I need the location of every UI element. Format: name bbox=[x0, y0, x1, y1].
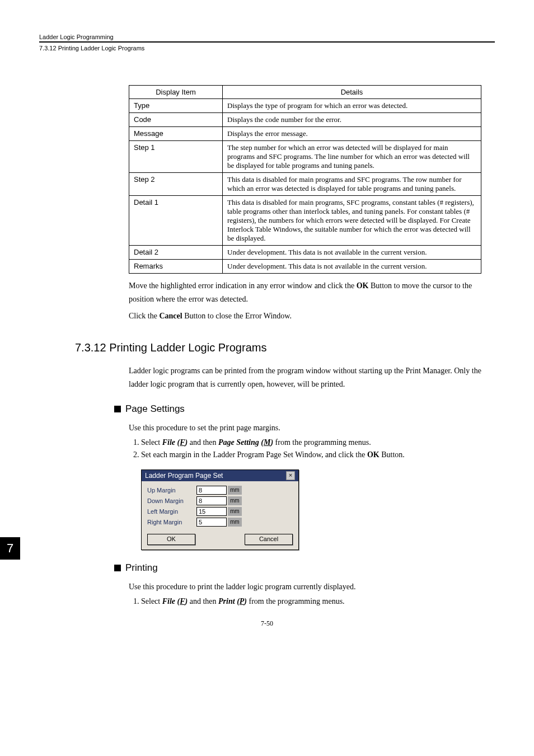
para-ok-b: OK bbox=[357, 281, 369, 290]
ps-step-1: Select File (F) and then Page Setting (M… bbox=[141, 438, 495, 447]
t: Page Setting (M) bbox=[218, 438, 273, 447]
t: M bbox=[264, 438, 270, 447]
square-bullet-icon bbox=[114, 406, 121, 412]
page-settings-steps: Select File (F) and then Page Setting (M… bbox=[129, 438, 495, 459]
ok-button[interactable]: OK bbox=[147, 534, 195, 545]
t: Print ( bbox=[218, 597, 240, 605]
para-cancel-b: Cancel bbox=[159, 312, 182, 320]
row-item: Step 2 bbox=[129, 173, 223, 196]
dialog-buttons: OK Cancel bbox=[142, 530, 298, 550]
page-settings-intro: Use this procedure to set the print page… bbox=[129, 421, 495, 435]
print-step-1: Select File (F) and then Print (P) from … bbox=[141, 597, 495, 606]
para-cancel-c: Button to close the Error Window. bbox=[182, 312, 292, 320]
margin-unit: mm bbox=[228, 507, 242, 516]
margin-label: Up Margin bbox=[147, 487, 196, 494]
row-detail: This data is disabled for main programs … bbox=[223, 173, 481, 196]
page-set-dialog: Ladder Program Page Set × Up Margin 8 mm… bbox=[141, 469, 299, 550]
t: File (F) bbox=[162, 597, 188, 605]
page-number: 7-50 bbox=[39, 619, 495, 628]
row-item: Detail 2 bbox=[129, 246, 223, 260]
margin-unit: mm bbox=[228, 518, 242, 527]
details-table: Display Item Details TypeDisplays the ty… bbox=[129, 85, 481, 274]
printing-intro: Use this procedure to print the ladder l… bbox=[129, 580, 495, 594]
margin-unit: mm bbox=[228, 496, 242, 505]
row-detail: Under development. This data is not avai… bbox=[223, 260, 481, 274]
row-detail: The step number for which an error was d… bbox=[223, 141, 481, 173]
row-detail: Displays the code number for the error. bbox=[223, 113, 481, 127]
margin-unit: mm bbox=[228, 486, 242, 495]
margin-label: Left Margin bbox=[147, 508, 196, 515]
para-cancel: Click the Cancel Button to close the Err… bbox=[129, 309, 495, 323]
square-bullet-icon bbox=[114, 565, 121, 571]
margin-row-down: Down Margin 8 mm bbox=[147, 496, 293, 505]
page-settings-heading-text: Page Settings bbox=[125, 403, 185, 414]
chapter-tab: 7 bbox=[0, 537, 20, 560]
t: Print (P) bbox=[218, 597, 247, 605]
printing-heading-text: Printing bbox=[125, 562, 158, 573]
dialog-body: Up Margin 8 mm Down Margin 8 mm Left Mar… bbox=[142, 481, 298, 530]
t: Select bbox=[141, 597, 162, 605]
t: Set each margin in the Ladder Program Pa… bbox=[141, 450, 367, 459]
margin-row-right: Right Margin 5 mm bbox=[147, 518, 293, 527]
para-ok-a: Move the highlighted error indication in… bbox=[129, 281, 357, 290]
row-item: Remarks bbox=[129, 260, 223, 274]
page-settings-heading: Page Settings bbox=[114, 403, 495, 415]
t: File ( bbox=[162, 438, 180, 447]
row-item: Code bbox=[129, 113, 223, 127]
row-item: Detail 1 bbox=[129, 196, 223, 246]
row-detail: This data is disabled for main programs,… bbox=[223, 196, 481, 246]
th-details: Details bbox=[223, 86, 481, 99]
row-item: Message bbox=[129, 127, 223, 141]
t: from the programming menus. bbox=[247, 597, 345, 605]
cancel-button[interactable]: Cancel bbox=[245, 534, 293, 545]
t: OK bbox=[367, 450, 380, 459]
dialog-title-text: Ladder Program Page Set bbox=[145, 472, 223, 480]
down-margin-input[interactable]: 8 bbox=[196, 496, 227, 505]
row-detail: Under development. This data is not avai… bbox=[223, 246, 481, 260]
ps-step-2: Set each margin in the Ladder Program Pa… bbox=[141, 450, 495, 459]
t: File (F) bbox=[162, 438, 188, 447]
th-item: Display Item bbox=[129, 86, 223, 99]
printing-heading: Printing bbox=[114, 562, 495, 574]
para-ok: Move the highlighted error indication in… bbox=[129, 279, 495, 306]
t: F bbox=[180, 438, 185, 447]
margin-row-left: Left Margin 15 mm bbox=[147, 507, 293, 516]
margin-label: Right Margin bbox=[147, 519, 196, 525]
right-margin-input[interactable]: 5 bbox=[196, 518, 227, 527]
left-margin-input[interactable]: 15 bbox=[196, 507, 227, 516]
running-head: Ladder Logic Programming bbox=[39, 34, 495, 43]
dialog-titlebar: Ladder Program Page Set × bbox=[142, 470, 298, 481]
t: and then bbox=[188, 438, 218, 447]
row-detail: Displays the type of program for which a… bbox=[223, 99, 481, 113]
section-intro: Ladder logic programs can be printed fro… bbox=[129, 364, 495, 391]
para-cancel-a: Click the bbox=[129, 312, 159, 320]
t: File ( bbox=[162, 597, 180, 605]
margin-row-up: Up Margin 8 mm bbox=[147, 486, 293, 495]
close-icon[interactable]: × bbox=[286, 471, 295, 480]
printing-steps: Select File (F) and then Print (P) from … bbox=[129, 597, 495, 606]
t: Page Setting ( bbox=[218, 438, 264, 447]
up-margin-input[interactable]: 8 bbox=[196, 486, 227, 495]
row-item: Type bbox=[129, 99, 223, 113]
t: from the programming menus. bbox=[273, 438, 371, 447]
margin-label: Down Margin bbox=[147, 497, 196, 504]
t: and then bbox=[188, 597, 218, 605]
row-item: Step 1 bbox=[129, 141, 223, 173]
row-detail: Displays the error message. bbox=[223, 127, 481, 141]
section-heading: 7.3.12 Printing Ladder Logic Programs bbox=[75, 341, 495, 354]
t: Button. bbox=[380, 450, 405, 459]
t: F bbox=[180, 597, 185, 605]
running-subhead: 7.3.12 Printing Ladder Logic Programs bbox=[39, 45, 495, 51]
t: Select bbox=[141, 438, 162, 447]
